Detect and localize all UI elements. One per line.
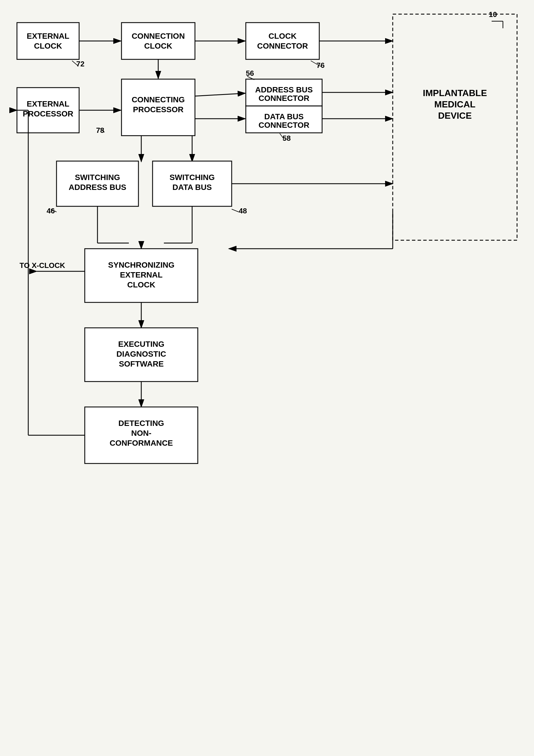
implantable-medical-device-label3: DEVICE — [438, 111, 471, 121]
svg-text:PROCESSOR: PROCESSOR — [133, 105, 184, 114]
svg-text:CONNECTOR: CONNECTOR — [258, 121, 309, 129]
svg-text:CONFORMANCE: CONFORMANCE — [110, 439, 173, 447]
svg-rect-11 — [246, 23, 319, 59]
implantable-medical-device-label: IMPLANTABLE — [423, 88, 487, 98]
switching-data-bus-box: SWITCHING DATA BUS — [152, 161, 232, 206]
svg-text:CONNECTION: CONNECTION — [132, 32, 185, 40]
svg-text:ADDRESS BUS: ADDRESS BUS — [255, 85, 313, 94]
clock-connector-box: CLOCK CONNECTOR — [246, 23, 319, 59]
svg-text:NON-: NON- — [131, 429, 151, 438]
implantable-medical-device-label2: MEDICAL — [434, 99, 475, 109]
svg-text:DIAGNOSTIC: DIAGNOSTIC — [117, 350, 166, 358]
external-clock-box: EXTERNAL CLOCK — [17, 23, 79, 59]
ref-72-label: 72 — [76, 60, 85, 68]
ref-56-label: 56 — [246, 69, 254, 77]
svg-text:SWITCHING: SWITCHING — [75, 173, 120, 182]
svg-text:ADDRESS BUS: ADDRESS BUS — [69, 183, 126, 192]
svg-text:CONNECTOR: CONNECTOR — [257, 41, 308, 50]
svg-text:DETECTING: DETECTING — [119, 419, 164, 428]
connecting-processor-box: CONNECTING PROCESSOR — [121, 79, 195, 136]
svg-rect-8 — [121, 23, 195, 59]
svg-text:DATA BUS: DATA BUS — [173, 183, 212, 192]
to-x-clock-label: TO X-CLOCK — [19, 261, 65, 270]
ref-78-label: 78 — [96, 126, 104, 135]
svg-text:SYNCHRONIZING: SYNCHRONIZING — [108, 260, 174, 269]
synchronizing-external-clock-box: SYNCHRONIZING EXTERNAL CLOCK — [85, 249, 198, 302]
svg-text:EXECUTING: EXECUTING — [118, 340, 164, 348]
svg-rect-5 — [17, 23, 79, 59]
address-bus-connector-box: ADDRESS BUS CONNECTOR — [246, 79, 322, 106]
svg-text:CONNECTOR: CONNECTOR — [258, 94, 309, 103]
svg-text:CLOCK: CLOCK — [268, 32, 297, 40]
svg-text:EXTERNAL: EXTERNAL — [27, 32, 69, 40]
data-bus-connector-box: DATA BUS CONNECTOR — [246, 106, 322, 133]
ref-46-label: 46 — [47, 206, 55, 215]
ref-48-label: 48 — [239, 206, 247, 215]
ref-58-label: 58 — [282, 134, 291, 143]
switching-address-bus-box: SWITCHING ADDRESS BUS — [57, 161, 139, 206]
svg-text:EXTERNAL: EXTERNAL — [27, 99, 69, 108]
svg-text:CONNECTING: CONNECTING — [132, 95, 185, 104]
svg-text:SWITCHING: SWITCHING — [170, 173, 215, 182]
svg-text:DATA BUS: DATA BUS — [264, 112, 304, 121]
ref-76-label: 76 — [316, 61, 325, 69]
svg-text:EXTERNAL: EXTERNAL — [120, 270, 163, 279]
svg-text:SOFTWARE: SOFTWARE — [119, 360, 164, 368]
detecting-non-conformance-box: DETECTING NON- CONFORMANCE — [85, 407, 198, 464]
svg-text:CLOCK: CLOCK — [34, 41, 62, 50]
executing-diagnostic-software-box: EXECUTING DIAGNOSTIC SOFTWARE — [85, 328, 198, 382]
diagram-container: 10 EXTERNAL CLOCK CONNECTION CLOCK CLOCK… — [0, 0, 534, 756]
svg-text:CLOCK: CLOCK — [144, 41, 173, 50]
connection-clock-box: CONNECTION CLOCK — [121, 23, 195, 59]
svg-text:PROCESSOR: PROCESSOR — [23, 109, 73, 118]
svg-text:CLOCK: CLOCK — [127, 280, 155, 289]
